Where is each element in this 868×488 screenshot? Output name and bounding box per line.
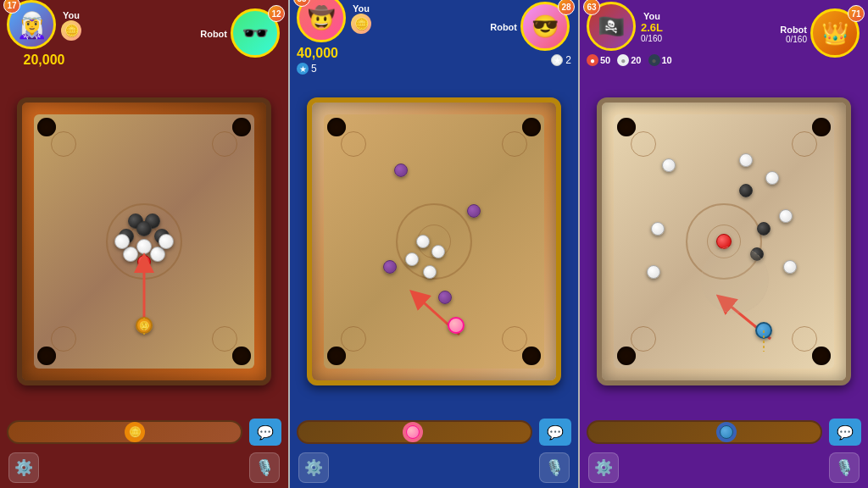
player-header-1: 🧝‍♀️ 17 You 🪙 20,000 Robot 🕶️ — [0, 0, 288, 68]
pocket-br-1 — [232, 347, 251, 365]
board-inner-3 — [614, 114, 834, 369]
bottom-controls-3: ⚙️ 🎙️ — [580, 449, 868, 488]
piece-white-4 — [114, 234, 130, 249]
striker-indicator-1: 🪙 — [125, 422, 145, 442]
striker-1: 🪙 — [136, 317, 153, 334]
white-dot: ● — [617, 54, 629, 66]
chat-button-2[interactable]: 💬 — [539, 419, 571, 446]
settings-button-3[interactable]: ⚙️ — [588, 452, 619, 483]
coin-indicators-3: ● 50 ● 20 ● 10 — [587, 54, 672, 66]
piece-b3-1 — [739, 184, 753, 197]
corner-circle-bl-1 — [51, 326, 76, 352]
striker-bar-container-1: 🪙 💬 — [0, 415, 288, 449]
striker-3 — [755, 322, 772, 339]
corner-circle-tr-2 — [502, 131, 527, 157]
corner-circle-tl-3 — [631, 131, 656, 157]
pocket-tr-2 — [522, 118, 541, 136]
robot-avatar-1: 🕶️ 12 — [231, 8, 281, 59]
piece-white-p2-3 — [405, 252, 419, 266]
piece-white-2 — [123, 247, 138, 262]
striker-bar-container-3: 💬 — [580, 415, 868, 449]
robot-level-1: 12 — [268, 5, 285, 22]
star-icon-robot-2: ★ — [551, 54, 563, 66]
you-name-3: You — [641, 11, 663, 21]
pocket-br-2 — [522, 347, 541, 365]
score-2: 40,000 — [297, 46, 338, 61]
bottom-controls-2: ⚙️ 🎙️ — [290, 449, 578, 488]
board-inner-2 — [324, 114, 544, 369]
pocket-bl-3 — [617, 347, 636, 365]
robot-name-1: Robot — [200, 29, 227, 39]
striker-bar-2[interactable] — [297, 420, 532, 444]
bottom-controls-1: ⚙️ 🎙️ — [0, 449, 288, 488]
robot-level-2: 28 — [558, 0, 575, 15]
mic-button-1[interactable]: 🎙️ — [249, 452, 280, 483]
settings-button-1[interactable]: ⚙️ — [8, 452, 39, 483]
corner-circle-br-3 — [792, 326, 817, 352]
carrom-board-3 — [597, 97, 851, 385]
you-progress-3: 0/160 — [641, 34, 663, 43]
striker-bar-1[interactable]: 🪙 — [7, 420, 242, 444]
piece-blue-4 — [438, 291, 452, 304]
carrom-board-2 — [307, 97, 561, 385]
player-header-3: 🏴‍☠️ 63 You 2.6L 0/160 ● 50 ● 20 — [580, 0, 868, 68]
piece-white-3 — [150, 247, 165, 262]
piece-white-p2-4 — [423, 265, 437, 279]
piece-red-1 — [137, 255, 151, 269]
corner-circle-br-1 — [212, 326, 237, 352]
robot-name-3: Robot — [780, 25, 807, 35]
piece-w3-1 — [662, 158, 676, 172]
red-coin-count: ● 50 — [587, 54, 610, 66]
piece-w3-7 — [783, 260, 797, 274]
pocket-bl-1 — [37, 347, 56, 365]
robot-stars-2: ★ 2 — [551, 54, 571, 66]
carrom-board-1: 🪙 — [17, 97, 271, 385]
board-container-1: 🪙 — [0, 68, 288, 415]
white-coin-count: ● 20 — [617, 54, 641, 66]
piece-white-5 — [159, 234, 174, 249]
corner-circle-bl-3 — [631, 326, 656, 352]
robot-avatar-2: 😎 28 — [520, 2, 571, 53]
pocket-tr-3 — [812, 118, 831, 136]
robot-avatar-3: 👑 71 — [810, 8, 861, 59]
corner-circle-br-2 — [502, 326, 527, 352]
board-inner-1: 🪙 — [34, 114, 254, 369]
pocket-tl-3 — [617, 118, 636, 136]
piece-w3-6 — [647, 265, 660, 279]
piece-white-p2-2 — [431, 245, 445, 258]
robot-name-2: Robot — [490, 22, 517, 32]
pocket-br-3 — [812, 347, 831, 365]
striker-indicator-3 — [716, 422, 737, 442]
pocket-tl-1 — [37, 118, 56, 136]
mic-button-3[interactable]: 🎙️ — [829, 452, 860, 483]
chat-button-3[interactable]: 💬 — [829, 419, 861, 446]
robot-progress-3: 0/160 — [780, 35, 807, 44]
corner-circle-tl-1 — [51, 131, 76, 157]
pocket-bl-2 — [327, 347, 346, 365]
black-dot: ● — [648, 54, 660, 66]
piece-w3-4 — [779, 209, 793, 223]
striker-indicator-2 — [403, 422, 423, 442]
robot-level-3: 71 — [848, 5, 865, 22]
black-coin-count: ● 10 — [648, 54, 672, 66]
game-panel-1: 🧝‍♀️ 17 You 🪙 20,000 Robot 🕶️ — [0, 0, 288, 488]
red-dot: ● — [587, 54, 598, 66]
you-name-1: You — [61, 10, 81, 20]
score-1: 20,000 — [24, 53, 65, 68]
board-container-2 — [290, 68, 578, 415]
aim-guide-3 — [701, 246, 769, 313]
settings-button-2[interactable]: ⚙️ — [298, 452, 329, 483]
coin-icon-2: 🪙 — [351, 14, 371, 34]
corner-circle-tl-2 — [341, 131, 366, 157]
piece-w3-5 — [651, 222, 665, 236]
piece-w3-3 — [765, 171, 779, 185]
corner-circle-tr-1 — [212, 131, 237, 157]
game-panel-2: 🤠 35 You 🪙 40,000 ★ 5 Robot — [290, 0, 578, 488]
score-3: 2.6L — [641, 21, 663, 34]
piece-blue-3 — [383, 260, 397, 274]
mic-button-2[interactable]: 🎙️ — [539, 452, 570, 483]
striker-bar-3[interactable] — [587, 420, 822, 444]
you-avatar-1: 🧝‍♀️ 17 — [7, 0, 58, 51]
chat-button-1[interactable]: 💬 — [249, 419, 281, 446]
piece-blue-1 — [394, 164, 408, 177]
